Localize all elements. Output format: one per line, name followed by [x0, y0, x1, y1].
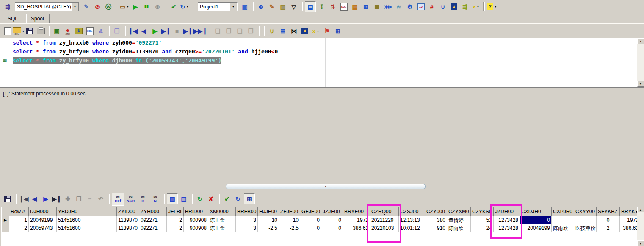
tip-icon[interactable]: ¤ [300, 26, 310, 36]
format-n-button[interactable]: ⋈N [149, 193, 161, 205]
cell-gfje00[interactable]: 0 [300, 224, 321, 232]
cell-gfje00[interactable]: 0 [300, 216, 321, 224]
cell-jflbid[interactable]: 2 [167, 216, 184, 224]
cell-czy000[interactable]: 380 [425, 216, 447, 224]
column-header-czrq00[interactable]: CZRQ00 [370, 207, 399, 216]
sort-icon[interactable]: ⇅ [328, 2, 338, 12]
column-header-ybdjh0[interactable]: YBDJH0 [57, 207, 117, 216]
cell-zyid00[interactable]: 1139870 [117, 224, 139, 232]
clipboard-clear-icon[interactable]: ❒ [246, 26, 256, 36]
stop-icon[interactable]: ■ [172, 26, 182, 36]
column-header-jzje00[interactable]: JZJE00 [321, 207, 343, 216]
scroll-down-icon[interactable]: ▼ [637, 81, 644, 87]
save-icon[interactable] [25, 26, 35, 36]
cell-czrq00[interactable]: 20220103 [370, 224, 399, 232]
more-icon[interactable]: »▼ [471, 2, 481, 12]
cell-zyh000[interactable]: 092271 [139, 224, 167, 232]
rerun-icon[interactable]: ↻ [233, 194, 243, 204]
layout-list-icon[interactable]: ≣ [278, 26, 288, 36]
connection-combo[interactable]: SD_HOSPITAL@CLEY(1)▼ [15, 2, 79, 11]
print-icon[interactable] [36, 26, 46, 36]
flask2-icon[interactable]: ∪ [267, 26, 277, 36]
bookmark-icon[interactable]: ⚑ [322, 26, 332, 36]
cell-cxdjh0[interactable]: 20049199 [520, 224, 552, 232]
column-header-cxdjh0[interactable]: CXDJH0 [520, 207, 552, 216]
cell-cxpjr0[interactable]: 陈雨欣 [552, 224, 574, 232]
row-next-icon[interactable]: ▶ [41, 194, 51, 204]
crosstab-icon[interactable]: # [427, 2, 437, 12]
connection-combo-dropdown-icon[interactable]: ▼ [71, 3, 79, 11]
column-header-gfje00[interactable]: GFJE00 [300, 207, 321, 216]
splitter-collapse-icon[interactable]: ▲ [324, 184, 327, 188]
column-header-djh000[interactable]: DJH000 [29, 207, 57, 216]
grid-results-icon[interactable]: ▦ [350, 2, 360, 12]
go-prev-icon[interactable]: ◀ [139, 26, 149, 36]
cell-brid00[interactable]: 900908 [184, 216, 208, 224]
cell-brye00[interactable]: 1972 [343, 216, 370, 224]
plan-icon[interactable]: ⊞ [361, 2, 371, 12]
dup-row-icon[interactable]: ❐ [74, 194, 84, 204]
grid-scroll-down-icon[interactable]: ▼ [637, 240, 644, 246]
scroll-up-icon[interactable]: ▲ [637, 38, 644, 44]
new-file-icon[interactable] [3, 26, 13, 36]
grid-view-icon[interactable]: ▦ [167, 193, 178, 204]
spray-icon[interactable]: ≋ [394, 2, 404, 12]
column-header-brid00[interactable]: BRID00 [184, 207, 208, 216]
cell-xm0000[interactable]: 陈玉金 [208, 216, 236, 224]
extract-icon[interactable]: ▥ [278, 2, 288, 12]
import-icon[interactable]: ⇓ [74, 26, 84, 36]
format-default-button[interactable]: ⋈Def [112, 193, 124, 206]
cell-czyks0[interactable]: 24 [471, 224, 494, 232]
sql-line[interactable]: select * from zy_brfy00 where zyid00=113… [0, 47, 644, 56]
column-header-czy000[interactable]: CZY000 [425, 207, 447, 216]
clipboard-paste-icon[interactable]: ❑ [235, 26, 245, 36]
sql-editor[interactable]: select * from zy_brxxb0 where zyh000='09… [0, 38, 644, 88]
grid-scrollbar[interactable]: ▲ ▼ [637, 207, 644, 246]
cell-cxdjh0[interactable]: 0 [520, 216, 552, 224]
export-icon[interactable]: ↧ [317, 2, 327, 12]
row-indicator[interactable] [2, 224, 9, 232]
cell-brye00[interactable]: 386.61 [343, 224, 370, 232]
cell-jzdh00[interactable]: 1273428 [494, 216, 520, 224]
sql-line[interactable]: select * from zy_brfy00 where djh000 in … [0, 56, 644, 65]
run-icon[interactable]: ▶ [130, 2, 141, 12]
column-header-czyks0[interactable]: CZYKS0 [471, 207, 494, 216]
new-connection-icon[interactable]: ⊕ [256, 2, 266, 12]
row-prev-icon[interactable]: ◀ [30, 194, 40, 204]
sql-line[interactable]: select * from zy_brxxb0 where zyh000='09… [0, 38, 644, 47]
filter-icon[interactable]: ▽ [289, 2, 299, 12]
column-header-indicator[interactable] [2, 207, 9, 216]
cell-cxyy00[interactable] [574, 216, 597, 224]
clipboard-cut-icon[interactable]: ❏ [213, 26, 223, 36]
cell-brfb00[interactable]: 3 [236, 224, 258, 232]
new-object-icon[interactable]: ✎ [267, 2, 277, 12]
del-row-icon[interactable]: − [85, 194, 95, 204]
commit-icon-dropdown-icon[interactable]: ▼ [126, 5, 129, 8]
format-d-button[interactable]: ⋈D [137, 193, 149, 205]
cancel-icon[interactable]: ⊗ [152, 2, 163, 12]
ampersand-icon[interactable]: & [96, 26, 106, 36]
more-icon-dropdown-icon[interactable]: ▼ [476, 5, 479, 8]
lamp-icon[interactable]: ¤ [449, 2, 459, 12]
column-header-jzdh00[interactable]: JZDH00 [494, 207, 520, 216]
cell-zyh000[interactable]: 092271 [139, 216, 167, 224]
cell-zyid00[interactable]: 1139870 [117, 216, 139, 224]
continue-icon[interactable]: »▼ [311, 26, 321, 36]
run-statement-icon[interactable]: ▶ [150, 26, 160, 36]
save-data-icon[interactable] [3, 194, 13, 204]
project-combo-dropdown-icon[interactable]: ▼ [229, 3, 237, 11]
project-combo[interactable]: Project1▼ [198, 2, 238, 11]
go-next-icon[interactable]: ▶❙ [183, 26, 193, 36]
cell-brykye[interactable]: 386.61 [620, 224, 638, 232]
calendar-icon[interactable]: 15 [416, 2, 426, 12]
help-icon-dropdown-icon[interactable]: ▼ [494, 5, 497, 8]
cell-cxyy00[interactable]: 医技单价 [574, 224, 597, 232]
fit-grid-icon[interactable]: ⊞ [333, 26, 343, 36]
details-icon[interactable]: ▤ [305, 1, 316, 12]
cell-jzje00[interactable]: 0 [321, 224, 343, 232]
undo-icon[interactable]: ↶ [96, 194, 106, 204]
column-header-czsj00[interactable]: CZSJ00 [399, 207, 425, 216]
sql-window-icon[interactable]: SQL [339, 2, 349, 12]
cell-djh000[interactable]: 20059743 [29, 224, 57, 232]
run-next-icon[interactable]: ▶❙ [161, 26, 171, 36]
